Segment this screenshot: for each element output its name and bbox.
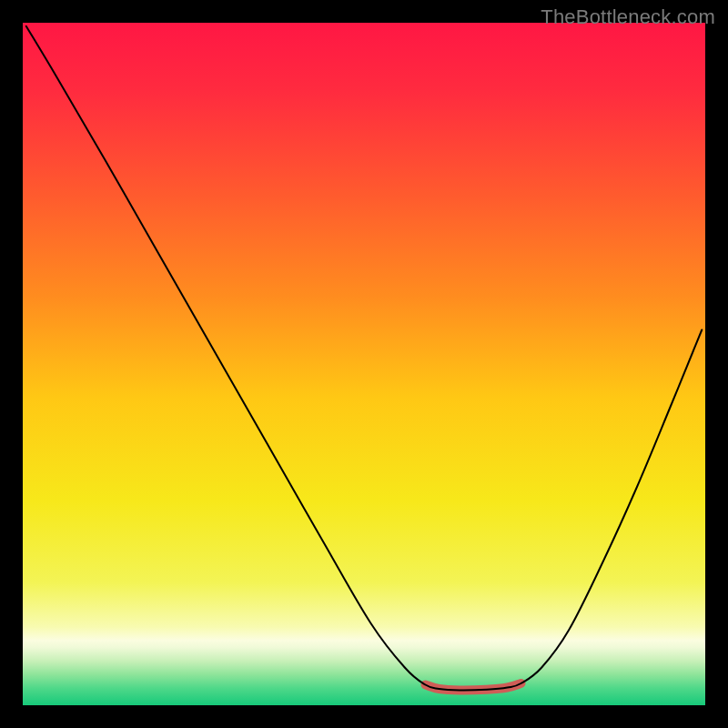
bottleneck-curve [26, 26, 703, 691]
curve-layer [23, 23, 705, 705]
plot-area [23, 23, 705, 705]
watermark-text: TheBottleneck.com [541, 5, 715, 29]
chart-root: TheBottleneck.com [0, 0, 728, 728]
plot-frame [23, 23, 705, 705]
